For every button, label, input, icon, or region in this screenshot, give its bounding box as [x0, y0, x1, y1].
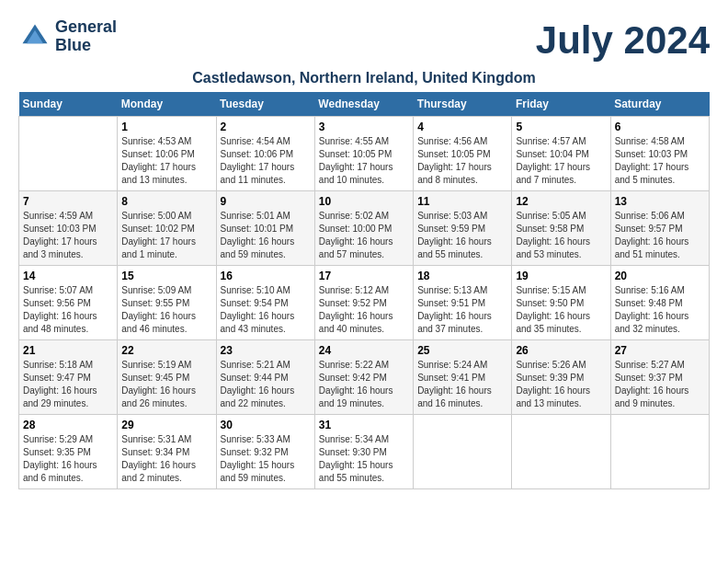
calendar-cell: 7Sunrise: 4:59 AM Sunset: 10:03 PM Dayli…: [19, 191, 118, 266]
day-number: 15: [121, 270, 211, 282]
calendar-cell: 17Sunrise: 5:12 AM Sunset: 9:52 PM Dayli…: [314, 266, 413, 340]
day-info: Sunrise: 4:56 AM Sunset: 10:05 PM Daylig…: [417, 135, 507, 187]
calendar-week-row: 14Sunrise: 5:07 AM Sunset: 9:56 PM Dayli…: [19, 266, 710, 340]
calendar-cell: 12Sunrise: 5:05 AM Sunset: 9:58 PM Dayli…: [512, 191, 610, 266]
day-info: Sunrise: 4:59 AM Sunset: 10:03 PM Daylig…: [23, 210, 113, 261]
calendar-week-row: 1Sunrise: 4:53 AM Sunset: 10:06 PM Dayli…: [19, 117, 710, 191]
day-number: 5: [516, 121, 606, 133]
calendar-cell: 25Sunrise: 5:24 AM Sunset: 9:41 PM Dayli…: [414, 340, 512, 415]
day-info: Sunrise: 5:03 AM Sunset: 9:59 PM Dayligh…: [417, 210, 507, 261]
day-number: 14: [23, 270, 113, 282]
calendar-cell: 1Sunrise: 4:53 AM Sunset: 10:06 PM Dayli…: [118, 117, 216, 191]
day-number: 7: [23, 195, 113, 208]
calendar-cell: 14Sunrise: 5:07 AM Sunset: 9:56 PM Dayli…: [19, 266, 118, 340]
day-info: Sunrise: 5:31 AM Sunset: 9:34 PM Dayligh…: [121, 433, 211, 485]
calendar-cell: 9Sunrise: 5:01 AM Sunset: 10:01 PM Dayli…: [216, 191, 314, 266]
day-info: Sunrise: 4:55 AM Sunset: 10:05 PM Daylig…: [319, 135, 409, 187]
day-number: 1: [121, 121, 211, 133]
day-number: 13: [615, 195, 705, 208]
calendar-cell: [610, 415, 709, 489]
calendar-cell: 30Sunrise: 5:33 AM Sunset: 9:32 PM Dayli…: [216, 415, 314, 489]
calendar-week-row: 28Sunrise: 5:29 AM Sunset: 9:35 PM Dayli…: [19, 415, 710, 489]
day-number: 16: [221, 270, 311, 282]
calendar-cell: 18Sunrise: 5:13 AM Sunset: 9:51 PM Dayli…: [414, 266, 512, 340]
day-info: Sunrise: 5:13 AM Sunset: 9:51 PM Dayligh…: [417, 284, 507, 336]
day-info: Sunrise: 5:24 AM Sunset: 9:41 PM Dayligh…: [417, 359, 507, 410]
weekday-header-thursday: Thursday: [414, 92, 512, 117]
calendar-table: SundayMondayTuesdayWednesdayThursdayFrid…: [18, 92, 710, 489]
calendar-cell: 26Sunrise: 5:26 AM Sunset: 9:39 PM Dayli…: [512, 340, 610, 415]
calendar-cell: 13Sunrise: 5:06 AM Sunset: 9:57 PM Dayli…: [610, 191, 709, 266]
calendar-cell: 29Sunrise: 5:31 AM Sunset: 9:34 PM Dayli…: [118, 415, 216, 489]
calendar-cell: 24Sunrise: 5:22 AM Sunset: 9:42 PM Dayli…: [314, 340, 413, 415]
calendar-cell: 27Sunrise: 5:27 AM Sunset: 9:37 PM Dayli…: [610, 340, 709, 415]
weekday-header-row: SundayMondayTuesdayWednesdayThursdayFrid…: [19, 92, 710, 117]
location-title: Castledawson, Northern Ireland, United K…: [18, 70, 710, 86]
day-info: Sunrise: 5:18 AM Sunset: 9:47 PM Dayligh…: [23, 359, 113, 410]
day-number: 10: [319, 195, 409, 208]
day-info: Sunrise: 4:57 AM Sunset: 10:04 PM Daylig…: [516, 135, 606, 187]
day-number: 22: [121, 344, 211, 357]
calendar-cell: [414, 415, 512, 489]
calendar-cell: 2Sunrise: 4:54 AM Sunset: 10:06 PM Dayli…: [216, 117, 314, 191]
day-info: Sunrise: 5:27 AM Sunset: 9:37 PM Dayligh…: [615, 359, 705, 410]
calendar-cell: 15Sunrise: 5:09 AM Sunset: 9:55 PM Dayli…: [118, 266, 216, 340]
logo-icon: [18, 20, 51, 53]
calendar-cell: 28Sunrise: 5:29 AM Sunset: 9:35 PM Dayli…: [19, 415, 118, 489]
calendar-cell: 8Sunrise: 5:00 AM Sunset: 10:02 PM Dayli…: [118, 191, 216, 266]
calendar-cell: 22Sunrise: 5:19 AM Sunset: 9:45 PM Dayli…: [118, 340, 216, 415]
day-number: 26: [516, 344, 606, 357]
day-number: 4: [417, 121, 507, 133]
day-number: 18: [417, 270, 507, 282]
day-info: Sunrise: 5:16 AM Sunset: 9:48 PM Dayligh…: [615, 284, 705, 336]
day-info: Sunrise: 5:07 AM Sunset: 9:56 PM Dayligh…: [23, 284, 113, 336]
calendar-cell: 21Sunrise: 5:18 AM Sunset: 9:47 PM Dayli…: [19, 340, 118, 415]
day-number: 25: [417, 344, 507, 357]
calendar-cell: 4Sunrise: 4:56 AM Sunset: 10:05 PM Dayli…: [414, 117, 512, 191]
day-number: 29: [121, 419, 211, 431]
day-info: Sunrise: 5:02 AM Sunset: 10:00 PM Daylig…: [319, 210, 409, 261]
page-header: General Blue July 2024: [18, 18, 710, 63]
calendar-cell: 16Sunrise: 5:10 AM Sunset: 9:54 PM Dayli…: [216, 266, 314, 340]
month-title: July 2024: [536, 18, 710, 63]
calendar-cell: 10Sunrise: 5:02 AM Sunset: 10:00 PM Dayl…: [314, 191, 413, 266]
day-number: 19: [516, 270, 606, 282]
day-number: 24: [319, 344, 409, 357]
day-info: Sunrise: 5:26 AM Sunset: 9:39 PM Dayligh…: [516, 359, 606, 410]
calendar-cell: 23Sunrise: 5:21 AM Sunset: 9:44 PM Dayli…: [216, 340, 314, 415]
weekday-header-monday: Monday: [118, 92, 216, 117]
day-info: Sunrise: 5:09 AM Sunset: 9:55 PM Dayligh…: [121, 284, 211, 336]
logo: General Blue: [18, 18, 117, 55]
day-info: Sunrise: 4:54 AM Sunset: 10:06 PM Daylig…: [221, 135, 311, 187]
weekday-header-wednesday: Wednesday: [314, 92, 413, 117]
day-info: Sunrise: 5:34 AM Sunset: 9:30 PM Dayligh…: [319, 433, 409, 485]
day-number: 23: [221, 344, 311, 357]
day-info: Sunrise: 5:06 AM Sunset: 9:57 PM Dayligh…: [615, 210, 705, 261]
day-number: 20: [615, 270, 705, 282]
calendar-cell: 5Sunrise: 4:57 AM Sunset: 10:04 PM Dayli…: [512, 117, 610, 191]
day-number: 17: [319, 270, 409, 282]
calendar-week-row: 7Sunrise: 4:59 AM Sunset: 10:03 PM Dayli…: [19, 191, 710, 266]
day-number: 30: [221, 419, 311, 431]
day-info: Sunrise: 4:58 AM Sunset: 10:03 PM Daylig…: [615, 135, 705, 187]
day-info: Sunrise: 5:22 AM Sunset: 9:42 PM Dayligh…: [319, 359, 409, 410]
calendar-cell: 20Sunrise: 5:16 AM Sunset: 9:48 PM Dayli…: [610, 266, 709, 340]
day-number: 28: [23, 419, 113, 431]
day-number: 31: [319, 419, 409, 431]
calendar-cell: 3Sunrise: 4:55 AM Sunset: 10:05 PM Dayli…: [314, 117, 413, 191]
day-number: 8: [121, 195, 211, 208]
calendar-week-row: 21Sunrise: 5:18 AM Sunset: 9:47 PM Dayli…: [19, 340, 710, 415]
day-info: Sunrise: 5:19 AM Sunset: 9:45 PM Dayligh…: [121, 359, 211, 410]
day-number: 11: [417, 195, 507, 208]
weekday-header-friday: Friday: [512, 92, 610, 117]
calendar-cell: 31Sunrise: 5:34 AM Sunset: 9:30 PM Dayli…: [314, 415, 413, 489]
day-number: 27: [615, 344, 705, 357]
weekday-header-saturday: Saturday: [610, 92, 709, 117]
day-info: Sunrise: 5:05 AM Sunset: 9:58 PM Dayligh…: [516, 210, 606, 261]
day-number: 2: [221, 121, 311, 133]
day-info: Sunrise: 5:29 AM Sunset: 9:35 PM Dayligh…: [23, 433, 113, 485]
weekday-header-tuesday: Tuesday: [216, 92, 314, 117]
weekday-header-sunday: Sunday: [19, 92, 118, 117]
day-info: Sunrise: 5:33 AM Sunset: 9:32 PM Dayligh…: [221, 433, 311, 485]
day-number: 6: [615, 121, 705, 133]
